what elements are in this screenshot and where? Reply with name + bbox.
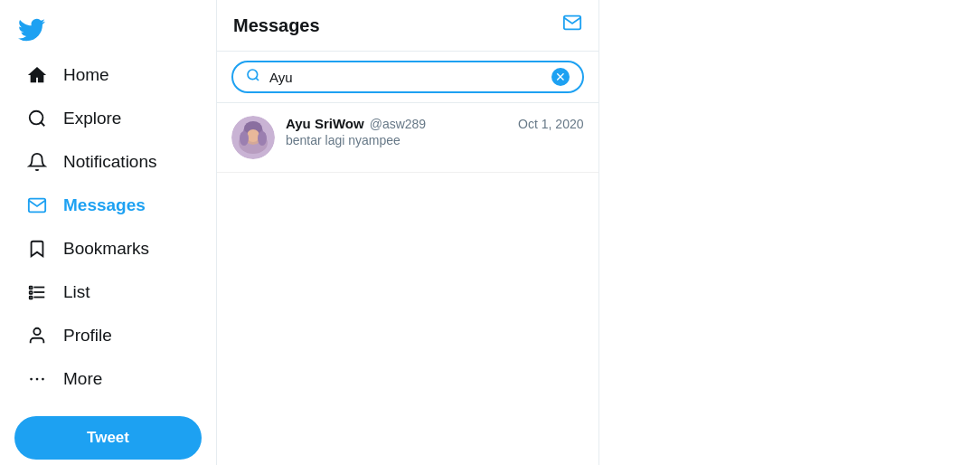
sidebar-item-label-messages: Messages	[63, 195, 146, 215]
profile-icon	[25, 324, 49, 347]
message-top-row: Ayu SriWow @asw289 Oct 1, 2020	[286, 116, 584, 131]
twitter-logo[interactable]	[0, 7, 216, 52]
sidebar-item-profile[interactable]: Profile	[7, 315, 209, 356]
tweet-button[interactable]: Tweet	[14, 416, 202, 460]
message-item[interactable]: Ayu SriWow @asw289 Oct 1, 2020 bentar la…	[217, 103, 598, 173]
sidebar-item-more[interactable]: More	[7, 358, 209, 400]
sidebar-item-label-profile: Profile	[63, 326, 112, 346]
search-icon	[246, 68, 260, 86]
avatar	[231, 116, 275, 159]
main-header: Messages	[217, 0, 598, 52]
sender-handle: @asw289	[370, 117, 426, 131]
sidebar-item-bookmarks[interactable]: Bookmarks	[7, 228, 209, 270]
sidebar-item-label-home: Home	[63, 65, 109, 85]
svg-point-9	[30, 378, 33, 381]
sidebar: Home Explore Notifications Messages	[0, 0, 217, 465]
list-icon	[25, 280, 49, 304]
sidebar-item-list[interactable]: List	[7, 271, 209, 313]
messages-icon	[25, 194, 49, 217]
svg-point-20	[240, 131, 249, 146]
svg-point-10	[36, 378, 39, 381]
explore-icon	[25, 107, 49, 130]
sidebar-item-label-bookmarks: Bookmarks	[63, 239, 149, 259]
search-input[interactable]	[269, 70, 551, 85]
main-content: Messages ✕	[217, 0, 599, 465]
svg-point-12	[248, 70, 258, 80]
right-panel	[599, 0, 981, 465]
page-title: Messages	[233, 15, 320, 36]
sidebar-item-label-notifications: Notifications	[63, 152, 157, 172]
clear-search-button[interactable]: ✕	[551, 68, 570, 86]
sidebar-item-home[interactable]: Home	[7, 54, 209, 96]
svg-point-19	[247, 129, 259, 142]
sidebar-item-label-more: More	[63, 369, 102, 389]
sender-name: Ayu SriWow	[286, 116, 364, 131]
svg-rect-6	[30, 291, 33, 294]
sidebar-item-label-explore: Explore	[63, 109, 121, 128]
sidebar-item-label-list: List	[63, 282, 90, 302]
svg-point-0	[30, 111, 43, 125]
bookmark-icon	[25, 237, 49, 261]
sidebar-nav: Home Explore Notifications Messages	[0, 52, 216, 402]
message-date: Oct 1, 2020	[518, 117, 583, 131]
search-bar: ✕	[231, 61, 584, 93]
message-content: Ayu SriWow @asw289 Oct 1, 2020 bentar la…	[286, 116, 584, 147]
svg-point-21	[258, 131, 267, 146]
sidebar-item-messages[interactable]: Messages	[7, 185, 209, 226]
bell-icon	[25, 150, 49, 174]
search-container: ✕	[217, 52, 598, 103]
message-list: Ayu SriWow @asw289 Oct 1, 2020 bentar la…	[217, 103, 598, 465]
message-preview: bentar lagi nyampee	[286, 133, 584, 147]
home-icon	[25, 63, 49, 87]
svg-rect-7	[30, 297, 33, 299]
sender-info: Ayu SriWow @asw289	[286, 116, 426, 131]
svg-line-13	[256, 78, 259, 81]
more-icon	[25, 367, 49, 391]
compose-mail-icon[interactable]	[562, 13, 582, 38]
svg-point-8	[33, 328, 40, 335]
svg-rect-5	[30, 287, 33, 289]
svg-line-1	[41, 122, 44, 126]
sidebar-item-notifications[interactable]: Notifications	[7, 141, 209, 183]
sidebar-item-explore[interactable]: Explore	[7, 98, 209, 139]
svg-point-11	[42, 378, 44, 381]
